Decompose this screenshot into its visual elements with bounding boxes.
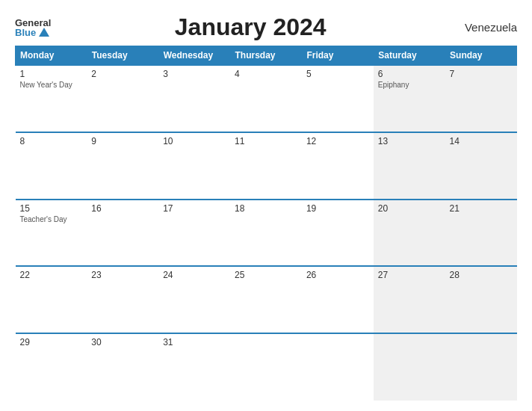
day-number: 22 — [20, 270, 83, 280]
calendar-cell: 14 — [445, 132, 517, 200]
logo-blue-text: Blue — [15, 28, 51, 37]
day-number: 23 — [91, 270, 154, 280]
day-number: 11 — [235, 136, 297, 146]
day-number: 8 — [20, 136, 83, 146]
calendar-cell: 7 — [445, 65, 517, 132]
day-number: 27 — [378, 270, 441, 280]
calendar-cell: 25 — [230, 266, 302, 333]
day-number: 29 — [20, 337, 83, 347]
calendar-header-row: Monday Tuesday Wednesday Thursday Friday… — [16, 46, 517, 66]
calendar-cell: 30 — [87, 333, 158, 401]
col-saturday: Saturday — [374, 46, 445, 66]
calendar-week-row: 22232425262728 — [16, 266, 517, 333]
calendar-cell: 12 — [302, 132, 374, 200]
day-number: 5 — [306, 69, 369, 79]
day-number: 17 — [163, 203, 226, 214]
calendar-cell: 23 — [87, 266, 158, 333]
calendar-week-row: 891011121314 — [16, 132, 517, 200]
calendar-page: General Blue January 2024 Venezuela Mond… — [0, 0, 532, 411]
day-number: 12 — [306, 136, 369, 146]
logo: General Blue — [15, 18, 51, 37]
calendar-cell: 6Epiphany — [374, 65, 445, 132]
logo-general-text: General — [15, 18, 51, 28]
calendar-header: General Blue January 2024 Venezuela — [15, 13, 517, 41]
calendar-table: Monday Tuesday Wednesday Thursday Friday… — [15, 46, 517, 401]
day-number: 30 — [91, 337, 154, 347]
calendar-week-row: 15Teacher's Day161718192021 — [16, 200, 517, 267]
col-sunday: Sunday — [445, 46, 517, 66]
holiday-label: Epiphany — [378, 81, 441, 89]
calendar-cell — [445, 333, 517, 401]
day-number: 31 — [163, 337, 226, 347]
col-friday: Friday — [302, 46, 374, 66]
col-thursday: Thursday — [230, 46, 302, 66]
calendar-cell: 21 — [445, 200, 517, 267]
col-monday: Monday — [16, 46, 87, 66]
calendar-cell: 4 — [230, 65, 302, 132]
calendar-cell: 11 — [230, 132, 302, 200]
calendar-cell: 28 — [445, 266, 517, 333]
calendar-cell: 20 — [374, 200, 445, 267]
calendar-cell: 26 — [302, 266, 374, 333]
day-number: 18 — [235, 203, 297, 214]
col-tuesday: Tuesday — [87, 46, 158, 66]
calendar-cell: 2 — [87, 65, 158, 132]
day-number: 28 — [450, 270, 513, 280]
calendar-cell: 15Teacher's Day — [16, 200, 87, 267]
day-number: 14 — [450, 136, 513, 146]
day-number: 19 — [306, 203, 369, 214]
day-number: 24 — [163, 270, 226, 280]
country-label: Venezuela — [450, 21, 517, 34]
day-number: 9 — [91, 136, 154, 146]
calendar-cell: 17 — [158, 200, 230, 267]
calendar-cell: 1New Year's Day — [16, 65, 87, 132]
day-number: 26 — [306, 270, 369, 280]
day-number: 4 — [235, 69, 297, 79]
holiday-label: Teacher's Day — [20, 215, 83, 223]
day-number: 2 — [91, 69, 154, 79]
day-number: 10 — [163, 136, 226, 146]
calendar-cell: 5 — [302, 65, 374, 132]
month-title: January 2024 — [51, 13, 450, 41]
day-number: 13 — [378, 136, 441, 146]
day-number: 25 — [235, 270, 297, 280]
calendar-cell: 22 — [16, 266, 87, 333]
calendar-cell — [302, 333, 374, 401]
calendar-cell: 18 — [230, 200, 302, 267]
calendar-cell: 27 — [374, 266, 445, 333]
calendar-cell: 29 — [16, 333, 87, 401]
calendar-cell — [374, 333, 445, 401]
day-number: 21 — [450, 203, 513, 214]
calendar-cell: 13 — [374, 132, 445, 200]
calendar-cell: 3 — [158, 65, 230, 132]
calendar-cell: 31 — [158, 333, 230, 401]
logo-triangle-icon — [39, 28, 49, 37]
calendar-cell: 24 — [158, 266, 230, 333]
calendar-week-row: 1New Year's Day23456Epiphany7 — [16, 65, 517, 132]
calendar-cell — [230, 333, 302, 401]
calendar-cell: 10 — [158, 132, 230, 200]
calendar-week-row: 293031 — [16, 333, 517, 401]
holiday-label: New Year's Day — [20, 81, 83, 89]
day-number: 20 — [378, 203, 441, 214]
calendar-cell: 19 — [302, 200, 374, 267]
calendar-cell: 16 — [87, 200, 158, 267]
calendar-cell: 9 — [87, 132, 158, 200]
day-number: 3 — [163, 69, 226, 79]
calendar-cell: 8 — [16, 132, 87, 200]
day-number: 16 — [91, 203, 154, 214]
day-number: 7 — [450, 69, 513, 79]
col-wednesday: Wednesday — [158, 46, 230, 66]
day-number: 1 — [20, 69, 83, 79]
day-number: 15 — [20, 203, 83, 214]
day-number: 6 — [378, 69, 441, 79]
